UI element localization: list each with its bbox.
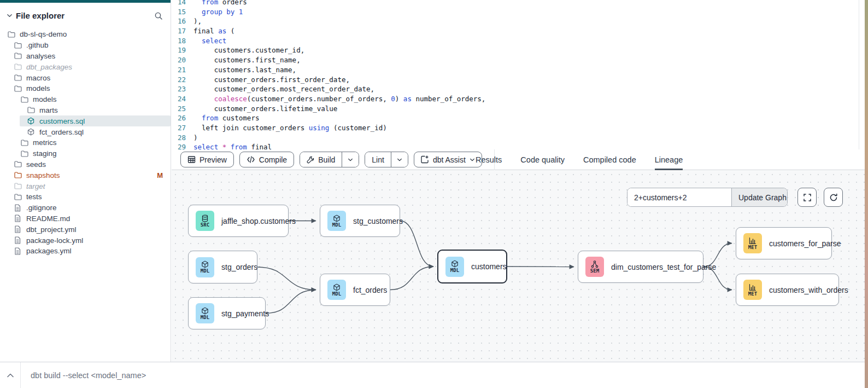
tree-item-macros[interactable]: macros xyxy=(0,72,171,83)
code-line-15[interactable]: 15 group by 1 xyxy=(172,7,865,17)
file-icon xyxy=(14,225,22,233)
code-line-19[interactable]: 19 customers.customer_id, xyxy=(172,45,865,55)
tree-item-customers.sql[interactable]: customers.sql xyxy=(20,115,171,126)
tree-item-label: metrics xyxy=(33,138,57,147)
line-number: 23 xyxy=(172,84,193,94)
tree-item-seeds[interactable]: seeds xyxy=(0,159,171,170)
tab-results[interactable]: Results xyxy=(476,149,502,170)
tab-compiled-code[interactable]: Compiled code xyxy=(583,149,636,170)
search-icon[interactable] xyxy=(154,11,163,20)
code-line-28[interactable]: 28) xyxy=(172,133,865,143)
lint-button[interactable]: Lint xyxy=(365,152,391,167)
line-number: 28 xyxy=(172,133,193,143)
code-line-22[interactable]: 22 customer_orders.first_order_date, xyxy=(172,75,865,85)
lineage-node-customers_for_parse[interactable]: METcustomers_for_parse xyxy=(736,227,832,259)
top-accent-bar xyxy=(0,0,171,3)
code-text: group by 1 xyxy=(193,7,243,17)
tree-item-dbt_packages[interactable]: dbt_packages xyxy=(0,61,171,72)
code-brackets-icon xyxy=(247,156,255,163)
tree-item-packages.yml[interactable]: packages.yml xyxy=(0,246,171,257)
lineage-node-stg_payments[interactable]: MDLstg_payments xyxy=(188,297,266,329)
folder-icon xyxy=(14,42,22,49)
code-text: left join customer_orders using (custome… xyxy=(193,123,387,133)
folder-icon xyxy=(27,107,36,113)
tree-item-label: packages.yml xyxy=(26,247,72,255)
tree-item-dbt_project.yml[interactable]: dbt_project.yml xyxy=(0,224,171,235)
file-explorer-title: File explorer xyxy=(16,11,64,20)
chevron-down-icon[interactable] xyxy=(7,13,13,19)
code-line-20[interactable]: 20 customers.first_name, xyxy=(172,55,865,65)
tree-item-package-lock.yml[interactable]: package-lock.yml xyxy=(0,235,171,246)
tab-lineage[interactable]: Lineage xyxy=(655,149,683,170)
lineage-node-stg_orders[interactable]: MDLstg_orders xyxy=(188,251,257,283)
lineage-node-jaffle_shop.customers[interactable]: SRCjaffle_shop.customers xyxy=(188,205,289,237)
tree-item-analyses[interactable]: analyses xyxy=(0,51,171,62)
tree-item-models[interactable]: models xyxy=(0,83,171,94)
refresh-button[interactable] xyxy=(824,188,843,207)
file-icon xyxy=(14,236,22,244)
tree-item-marts[interactable]: marts xyxy=(0,105,171,116)
code-line-27[interactable]: 27 left join customer_orders using (cust… xyxy=(172,123,865,133)
tree-item-target[interactable]: target xyxy=(0,181,171,192)
tree-item-.gitignore[interactable]: .gitignore xyxy=(0,202,171,213)
node-selector-input[interactable] xyxy=(627,188,731,206)
code-line-18[interactable]: 18 select xyxy=(172,36,865,46)
code-line-26[interactable]: 26 from customers xyxy=(172,113,865,123)
fullscreen-button[interactable] xyxy=(797,188,817,207)
compile-button[interactable]: Compile xyxy=(239,152,294,167)
folder-icon xyxy=(14,194,22,200)
line-number: 21 xyxy=(172,65,193,75)
assist-dropdown-chevron[interactable] xyxy=(470,157,475,163)
node-label: jaffle_shop.customers xyxy=(221,217,296,225)
file-icon xyxy=(14,215,22,222)
code-line-25[interactable]: 25 customer_orders.lifetime_value xyxy=(172,104,865,114)
dbt-assist-button[interactable]: dbt Assist xyxy=(414,152,482,167)
chevron-up-icon[interactable] xyxy=(0,373,20,378)
tree-item-models[interactable]: models xyxy=(0,94,171,105)
code-text: customers.last_name, xyxy=(193,65,296,75)
tree-item-fct_orders.sql[interactable]: fct_orders.sql xyxy=(0,126,171,137)
lineage-node-stg_customers[interactable]: MDLstg_customers xyxy=(320,205,400,237)
tree-item-staging[interactable]: staging xyxy=(0,148,171,159)
line-number: 19 xyxy=(172,45,193,55)
tree-item-tests[interactable]: tests xyxy=(0,192,171,202)
tree-item-snapshots[interactable]: snapshotsM xyxy=(0,170,171,181)
update-graph-button[interactable]: Update Graph xyxy=(731,188,788,206)
editor-toolbar: Preview Compile Build Lint xyxy=(172,149,865,170)
code-line-29[interactable]: 29select * from final xyxy=(172,142,865,149)
lineage-node-dim_customers_test_for_parse[interactable]: SEMdim_customers_test_for_parse xyxy=(578,251,703,283)
mdl-badge: MDL xyxy=(327,280,346,300)
preview-button[interactable]: Preview xyxy=(180,152,234,167)
node-label: fct_orders xyxy=(353,286,387,294)
tree-item-README.md[interactable]: README.md xyxy=(0,213,171,224)
lineage-node-fct_orders[interactable]: MDLfct_orders xyxy=(320,274,390,306)
folder-icon xyxy=(14,183,22,189)
tree-item-db-sl-qs-demo[interactable]: db-sl-qs-demo xyxy=(0,29,171,40)
met-badge: MET xyxy=(743,233,762,253)
line-number: 16 xyxy=(172,16,193,26)
lineage-canvas[interactable]: SRCjaffle_shop.customersMDLstg_customers… xyxy=(172,171,865,362)
lineage-node-customers[interactable]: MDLcustomers xyxy=(437,250,507,283)
folder-icon xyxy=(21,150,29,157)
build-label: Build xyxy=(318,155,335,164)
compile-label: Compile xyxy=(259,155,287,164)
code-line-17[interactable]: 17final as ( xyxy=(172,26,865,36)
build-button[interactable]: Build xyxy=(300,152,342,167)
code-text: ) xyxy=(193,133,198,143)
code-line-14[interactable]: 14 from orders xyxy=(172,0,865,7)
code-line-16[interactable]: 16), xyxy=(172,16,865,26)
lineage-node-customers_with_orders[interactable]: METcustomers_with_orders xyxy=(736,274,839,306)
file-icon xyxy=(14,247,22,255)
code-line-24[interactable]: 24 coalesce(customer_orders.number_of_or… xyxy=(172,94,865,104)
tree-item-.github[interactable]: .github xyxy=(0,40,171,51)
folder-icon xyxy=(8,31,16,38)
build-dropdown-chevron[interactable] xyxy=(342,152,359,167)
dbt-command-input[interactable] xyxy=(21,371,305,380)
tab-code-quality[interactable]: Code quality xyxy=(520,149,565,170)
code-line-23[interactable]: 23 customer_orders.most_recent_order_dat… xyxy=(172,84,865,94)
tree-item-label: db-sl-qs-demo xyxy=(20,30,67,38)
lint-dropdown-chevron[interactable] xyxy=(391,152,408,167)
code-editor[interactable]: 14 from orders15 group by 116),17final a… xyxy=(172,0,865,149)
tree-item-metrics[interactable]: metrics xyxy=(0,137,171,148)
code-line-21[interactable]: 21 customers.last_name, xyxy=(172,65,865,75)
